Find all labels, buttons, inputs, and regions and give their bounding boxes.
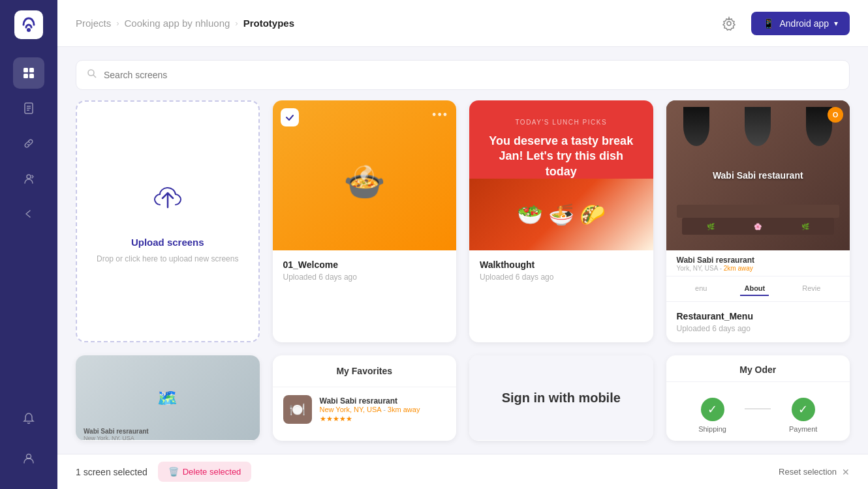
walkthrough-card-date: Uploaded 6 days ago: [480, 273, 643, 282]
selected-count: 1 screen selected: [76, 467, 147, 477]
walkthrough-info: Walkthought Uploaded 6 days ago: [469, 250, 653, 291]
welcome-card-title: 01_Welcome: [283, 259, 446, 270]
device-icon: 📱: [763, 18, 774, 29]
svg-rect-3: [23, 74, 28, 78]
fav-info: Wabi Sabi resraurant New York, NY, USA -…: [320, 396, 446, 423]
main-content: Projects › Cooking app by nhluong › Prot…: [57, 0, 868, 489]
step-shipping-icon: ✓: [701, 398, 724, 421]
device-selector-button[interactable]: 📱 Android app ▾: [751, 12, 850, 35]
screens-grid: Upload screens Drop or click here to upl…: [76, 100, 850, 441]
svg-line-13: [93, 75, 96, 78]
wabi-map-card[interactable]: 🗺️ Wabi Sabi resraurant New York, NY, US…: [76, 355, 260, 441]
search-input[interactable]: [104, 70, 839, 80]
header: Projects › Cooking app by nhluong › Prot…: [57, 0, 868, 47]
tab-reviews[interactable]: Revie: [798, 282, 824, 296]
signin-card[interactable]: Sign in with mobile: [469, 355, 653, 441]
welcome-info: 01_Welcome Uploaded 6 days ago: [273, 250, 457, 291]
search-bar: [76, 60, 850, 90]
wabi-map-location: New York, NY, USA: [84, 435, 134, 440]
step-payment-label: Payment: [789, 425, 817, 433]
search-icon: [87, 68, 97, 82]
delete-label: Delete selected: [183, 467, 241, 477]
restaurant-overlay-title: Wabi Sabi restaurant: [713, 170, 803, 181]
walk-headline: You deserve a tasty break Jan! Let's try…: [482, 134, 640, 179]
sidebar-nav: [13, 57, 44, 403]
close-selection-icon[interactable]: ✕: [842, 467, 850, 477]
fav-stars: ★★★★★: [320, 415, 446, 423]
svg-point-11: [727, 22, 731, 25]
welcome-card[interactable]: ••• 🍲 01_Welcome Uploaded 6 days ago: [273, 100, 457, 342]
trash-icon: 🗑️: [168, 467, 179, 477]
myorder-card[interactable]: My Oder ✓ Shipping ✓ Payment: [666, 355, 850, 441]
restaurant-card-title: Restaurant_Menu: [677, 311, 840, 321]
restaurant-tabs: enu About Revie: [666, 276, 850, 302]
restaurant-info: Restaurant_Menu Uploaded 6 days ago: [666, 302, 850, 342]
settings-button[interactable]: [717, 12, 741, 35]
restaurant-location: York, NY, USA - 2km away: [677, 265, 755, 272]
upload-card[interactable]: Upload screens Drop or click here to upl…: [76, 100, 260, 342]
svg-rect-4: [29, 74, 34, 78]
myorder-steps: ✓ Shipping ✓ Payment: [666, 382, 850, 441]
account-button[interactable]: [13, 442, 44, 473]
welcome-thumb: ••• 🍲: [273, 100, 457, 250]
sidebar-item-back[interactable]: [13, 198, 44, 230]
fav-location: New York, NY, USA - 3km away: [320, 406, 446, 413]
tab-about[interactable]: About: [740, 282, 769, 296]
sidebar-item-screens[interactable]: [13, 57, 44, 89]
favorites-item: 🍽️ Wabi Sabi resraurant New York, NY, US…: [273, 387, 457, 432]
grid-container: Upload screens Drop or click here to upl…: [57, 100, 868, 489]
bottom-left: 1 screen selected 🗑️ Delete selected: [76, 462, 251, 482]
svg-rect-1: [23, 68, 28, 72]
restaurant-thumb: 🌿 🌸 🌿 Wabi Sabi restaurant O: [666, 100, 850, 250]
sidebar-item-users[interactable]: [13, 163, 44, 194]
device-label: Android app: [779, 18, 829, 29]
chevron-down-icon: ▾: [834, 19, 838, 28]
step-line: [745, 408, 771, 409]
svg-point-15: [360, 171, 368, 179]
walk-label: TODAY'S LUNCH PICKS: [515, 119, 607, 126]
bottom-right: Reset selection ✕: [779, 467, 850, 477]
svg-rect-2: [29, 68, 34, 72]
step-payment-icon: ✓: [792, 398, 815, 421]
breadcrumb-sep-1: ›: [116, 18, 119, 28]
signin-text: Sign in with mobile: [489, 378, 634, 419]
walkthrough-card-title: Walkthought: [480, 259, 643, 270]
sidebar-item-links[interactable]: [13, 128, 44, 159]
breadcrumb-project[interactable]: Cooking app by nhluong: [125, 18, 230, 29]
delete-selected-button[interactable]: 🗑️ Delete selected: [158, 462, 252, 482]
favorites-card[interactable]: My Favorites 🍽️ Wabi Sabi resraurant New…: [273, 355, 457, 441]
restaurant-card[interactable]: 🌿 🌸 🌿 Wabi Sabi restaurant O Wabi Sabi r…: [666, 100, 850, 342]
sidebar-item-pages[interactable]: [13, 93, 44, 124]
fav-name: Wabi Sabi resraurant: [320, 396, 446, 406]
svg-point-9: [27, 175, 31, 179]
restaurant-name: Wabi Sabi resraurant: [677, 256, 755, 265]
welcome-card-date: Uploaded 6 days ago: [283, 273, 446, 282]
wabi-map-name: Wabi Sabi resraurant: [84, 428, 149, 435]
sidebar-bottom: [13, 403, 44, 479]
restaurant-badge: O: [828, 107, 843, 123]
step-payment: ✓ Payment: [789, 398, 817, 433]
bottom-bar: 1 screen selected 🗑️ Delete selected Res…: [57, 454, 868, 489]
walkthrough-card[interactable]: TODAY'S LUNCH PICKS You deserve a tasty …: [469, 100, 653, 342]
fav-avatar: 🍽️: [283, 395, 312, 424]
reset-selection-button[interactable]: Reset selection: [779, 467, 837, 477]
welcome-check-icon: [281, 108, 299, 126]
notifications-button[interactable]: [13, 403, 44, 434]
step-shipping-label: Shipping: [698, 425, 726, 433]
breadcrumb-current: Prototypes: [243, 18, 294, 29]
header-right: 📱 Android app ▾: [717, 12, 850, 35]
myorder-header: My Oder: [666, 355, 850, 382]
breadcrumb-projects[interactable]: Projects: [76, 18, 111, 29]
breadcrumb: Projects › Cooking app by nhluong › Prot…: [76, 18, 294, 29]
wabi-map-thumb: 🗺️ Wabi Sabi resraurant New York, NY, US…: [76, 355, 260, 440]
upload-subtitle: Drop or click here to upload new screens: [97, 253, 238, 265]
svg-point-12: [88, 70, 94, 76]
welcome-more-icon[interactable]: •••: [432, 108, 448, 122]
favorites-header: My Favorites: [273, 355, 457, 387]
svg-point-0: [27, 28, 31, 32]
step-shipping: ✓ Shipping: [698, 398, 726, 433]
restaurant-card-date: Uploaded 6 days ago: [677, 324, 840, 333]
logo[interactable]: [14, 10, 43, 39]
tab-menu[interactable]: enu: [691, 282, 711, 296]
breadcrumb-sep-2: ›: [235, 18, 238, 28]
